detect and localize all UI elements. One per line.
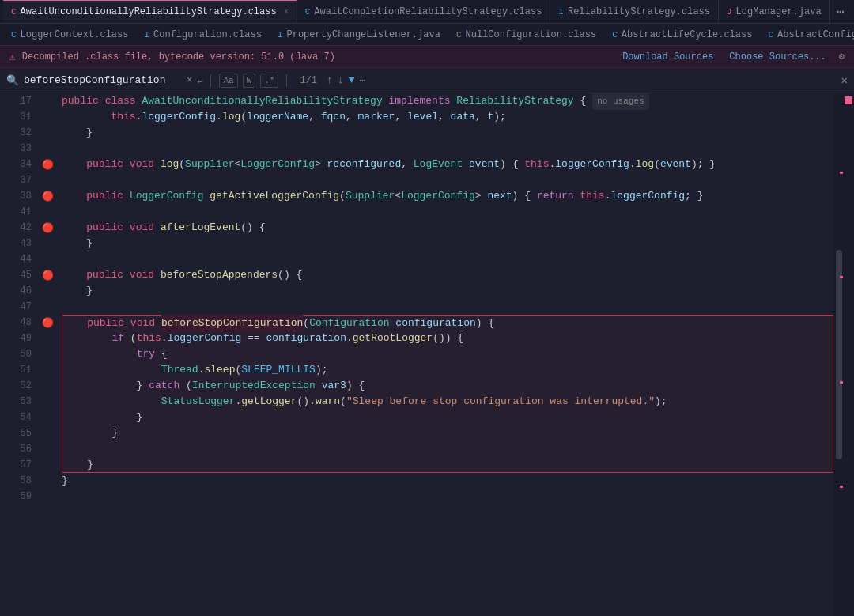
tab-icon-java: J	[727, 7, 732, 17]
tab-label: AwaitUnconditionallyReliabilityStrategy.…	[21, 6, 277, 17]
gutter-38[interactable]: 🔴	[40, 188, 55, 204]
tab-reliability-strategy[interactable]: I ReliabilityStrategy.class	[550, 0, 719, 24]
scrollbar-marker-1	[840, 172, 843, 174]
gutter-57	[40, 457, 55, 473]
line-num-47: 47	[0, 299, 40, 315]
tab-await-completion[interactable]: C AwaitCompletionReliabilityStrategy.cla…	[297, 0, 551, 24]
tab2-label6: AbstractConfiguration.class	[777, 29, 854, 40]
ide-logo-sidebar	[843, 93, 854, 616]
line-num-41: 41	[0, 204, 40, 220]
download-sources-button[interactable]: Download Sources	[622, 51, 713, 62]
line-num-51: 51	[0, 362, 40, 378]
search-more-options-icon[interactable]: ⋯	[360, 74, 366, 87]
gutter-34[interactable]: 🔴	[40, 157, 55, 172]
tab-label4: LogManager.java	[736, 6, 822, 17]
gutter-31	[40, 109, 55, 125]
notification-bell-icon[interactable]: 🔔	[850, 5, 854, 18]
line-num-17: 17	[0, 93, 40, 109]
tab2-icon1: C	[11, 30, 17, 40]
choose-sources-button[interactable]: Choose Sources...	[729, 51, 826, 62]
line-num-46: 46	[0, 283, 40, 299]
ide-logo-mark	[845, 96, 852, 104]
warning-icon: ⚠	[9, 51, 16, 63]
gutter-32	[40, 125, 55, 141]
code-line-55: }	[62, 425, 833, 441]
gutter-46	[40, 283, 55, 299]
line-num-56: 56	[0, 441, 40, 457]
code-editor: 17 31 32 33 34 37 38 41 42 43 44 45 46 4…	[0, 93, 854, 616]
gutter-52	[40, 378, 55, 394]
scrollbar-marker-2	[840, 276, 843, 278]
gutter-50	[40, 346, 55, 362]
info-bar: ⚠ Decompiled .class file, bytecode versi…	[0, 46, 854, 68]
search-prev-icon[interactable]: ↑	[327, 74, 333, 86]
code-line-37	[62, 172, 833, 188]
code-line-53: StatusLogger.getLogger().warn("Sleep bef…	[62, 394, 833, 410]
line-num-50: 50	[0, 346, 40, 362]
tab-log-manager[interactable]: J LogManager.java	[719, 0, 830, 24]
search-input[interactable]	[24, 74, 182, 86]
tab-null-configuration[interactable]: C NullConfiguration.class	[448, 24, 604, 46]
gutter-55	[40, 425, 55, 441]
line-num-48: 48	[0, 315, 40, 331]
code-line-31: this.loggerConfig.log(loggerName, fqcn, …	[62, 109, 833, 125]
gutter-37	[40, 172, 55, 188]
tab-icon-class: C	[11, 7, 17, 17]
line-num-49: 49	[0, 331, 40, 346]
tab2-label3: PropertyChangeListener.java	[286, 29, 440, 40]
code-line-49: if (this.loggerConfig == configuration.g…	[62, 331, 833, 346]
search-close-icon[interactable]: ✕	[841, 74, 848, 87]
line-numbers-gutter: 17 31 32 33 34 37 38 41 42 43 44 45 46 4…	[0, 93, 40, 616]
gutter-41	[40, 204, 55, 220]
tab-label3: ReliabilityStrategy.class	[568, 6, 710, 17]
tab-bar-row1: C AwaitUnconditionallyReliabilityStrateg…	[0, 0, 854, 24]
gutter-54	[40, 410, 55, 425]
code-line-48: public void beforeStopConfiguration(Conf…	[62, 315, 833, 331]
tab-abstract-configuration[interactable]: C AbstractConfiguration.class	[760, 24, 854, 46]
code-line-33	[62, 141, 833, 157]
code-text-area[interactable]: public class AwaitUnconditionallyReliabi…	[55, 93, 833, 616]
gutter-49	[40, 331, 55, 346]
tab2-label1: LoggerContext.class	[21, 29, 129, 40]
tab-configuration[interactable]: I Configuration.class	[136, 24, 269, 46]
gutter-59	[40, 489, 55, 505]
tab-icon-class2: C	[305, 7, 311, 17]
tab-overflow-menu[interactable]: ⋯	[830, 4, 851, 20]
tab-icon-iface: I	[558, 7, 564, 17]
gutter-45[interactable]: 🔴	[40, 267, 55, 283]
tab2-icon2: I	[144, 30, 149, 40]
search-next-icon[interactable]: ↓	[338, 74, 344, 86]
tab-label2: AwaitCompletionReliabilityStrategy.class	[314, 6, 542, 17]
search-clear-icon[interactable]: ×	[187, 75, 192, 86]
code-line-42: public void afterLogEvent() {	[62, 220, 833, 236]
line-num-57: 57	[0, 457, 40, 473]
scrollbar-thumb[interactable]	[836, 250, 842, 459]
tab2-icon4: C	[456, 30, 462, 40]
tab-logger-context[interactable]: C LoggerContext.class	[3, 24, 136, 46]
gutter-58	[40, 473, 55, 489]
info-message: Decompiled .class file, bytecode version…	[22, 51, 616, 62]
gutter-42[interactable]: 🔴	[40, 220, 55, 236]
tab-close-icon[interactable]: ×	[284, 8, 289, 17]
search-case-sensitive-button[interactable]: Aa	[219, 74, 237, 88]
tab2-label5: AbstractLifeCycle.class	[622, 29, 753, 40]
tab2-label2: Configuration.class	[153, 29, 262, 40]
search-enter-icon[interactable]: ↵	[197, 74, 202, 86]
search-filter-icon[interactable]: ▼	[349, 74, 355, 86]
vertical-scrollbar[interactable]	[833, 93, 843, 616]
code-line-17: public class AwaitUnconditionallyReliabi…	[62, 93, 833, 109]
tab-await-unconditionally[interactable]: C AwaitUnconditionallyReliabilityStrateg…	[3, 0, 297, 24]
search-regex-button[interactable]: .*	[260, 74, 278, 88]
code-line-56	[62, 441, 833, 457]
line-num-54: 54	[0, 410, 40, 425]
tab-abstract-lifecycle[interactable]: C AbstractLifeCycle.class	[604, 24, 760, 46]
search-icon: 🔍	[6, 74, 19, 87]
gutter-48[interactable]: 🔴	[40, 315, 55, 331]
line-num-33: 33	[0, 141, 40, 157]
line-num-44: 44	[0, 251, 40, 267]
tab-property-change-listener[interactable]: I PropertyChangeListener.java	[270, 24, 448, 46]
info-bar-settings-icon[interactable]: ⚙	[839, 51, 845, 62]
gutter-53	[40, 394, 55, 410]
search-whole-word-button[interactable]: W	[243, 74, 256, 88]
line-num-34: 34	[0, 157, 40, 172]
